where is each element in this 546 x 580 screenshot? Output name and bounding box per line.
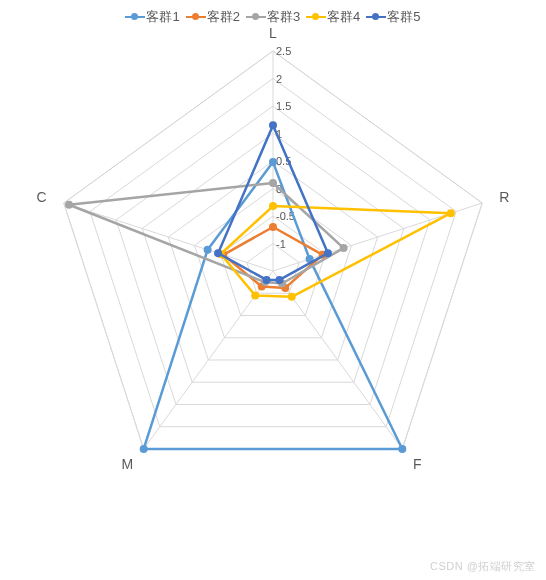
radar-svg: -1-0.500.511.522.5LRFMC [0, 26, 546, 566]
series-point [269, 223, 277, 231]
legend-item: 客群5 [366, 8, 420, 26]
series-point [269, 121, 277, 129]
legend-swatch [186, 16, 206, 18]
series-point [269, 179, 277, 187]
axis-label: R [499, 189, 509, 205]
axis-label: M [121, 456, 133, 472]
series-point [269, 158, 277, 166]
legend-swatch [306, 16, 326, 18]
legend-item: 客群2 [186, 8, 240, 26]
radar-chart-container: 客群1客群2客群3客群4客群5 -1-0.500.511.522.5LRFMC … [0, 0, 546, 580]
watermark: CSDN @拓端研究室 [430, 559, 536, 574]
legend-label: 客群1 [146, 8, 179, 26]
legend-swatch [366, 16, 386, 18]
legend-swatch [246, 16, 266, 18]
svg-text:2: 2 [276, 73, 282, 85]
legend: 客群1客群2客群3客群4客群5 [0, 0, 546, 26]
series-point [65, 201, 73, 209]
legend-swatch [125, 16, 145, 18]
series-point [204, 246, 212, 254]
series-point [214, 249, 222, 257]
series-point [340, 244, 348, 252]
axis-label: C [37, 189, 47, 205]
series-point [398, 445, 406, 453]
series-point [275, 276, 283, 284]
series-point [288, 293, 296, 301]
series-point [269, 202, 277, 210]
axis-label: F [413, 456, 422, 472]
svg-text:2.5: 2.5 [276, 45, 291, 57]
legend-label: 客群4 [327, 8, 360, 26]
series-point [263, 276, 271, 284]
series-point [140, 445, 148, 453]
axis-label: L [269, 26, 277, 41]
series-point [447, 209, 455, 217]
legend-label: 客群3 [267, 8, 300, 26]
svg-text:-1: -1 [276, 238, 286, 250]
svg-text:1.5: 1.5 [276, 100, 291, 112]
series-point [324, 249, 332, 257]
svg-line-13 [64, 203, 273, 271]
series-point [251, 291, 259, 299]
legend-item: 客群3 [246, 8, 300, 26]
legend-label: 客群2 [207, 8, 240, 26]
legend-item: 客群1 [125, 8, 179, 26]
legend-label: 客群5 [387, 8, 420, 26]
legend-item: 客群4 [306, 8, 360, 26]
